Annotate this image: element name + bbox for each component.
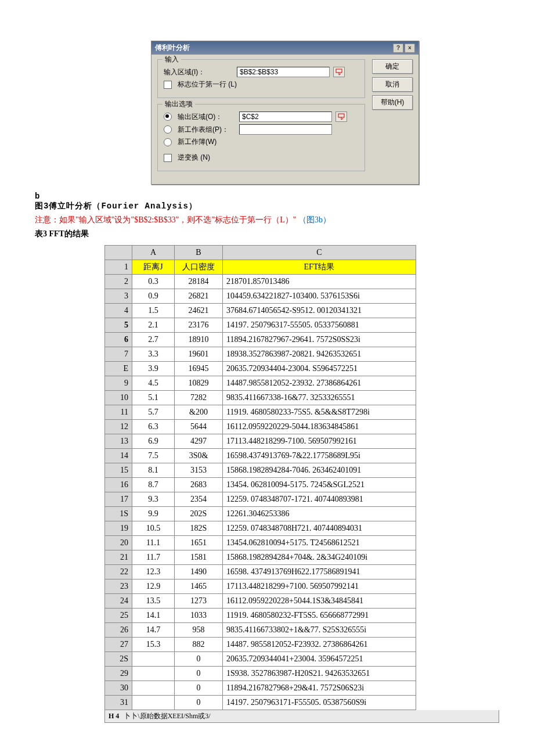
cell[interactable]: 7.5 bbox=[132, 449, 175, 463]
cell[interactable]: 2.1 bbox=[132, 318, 175, 333]
cell[interactable]: 0 bbox=[175, 681, 223, 696]
cell[interactable]: 16598.4374913769-7&22.17758689L95i bbox=[223, 449, 416, 463]
cell[interactable]: 11919. 4680580232-FT5S5. 656668772991 bbox=[223, 609, 416, 623]
cell[interactable]: 4.5 bbox=[132, 376, 175, 391]
cell[interactable]: 37684.6714056542-S9512. 00120341321 bbox=[223, 304, 416, 318]
cell[interactable]: 18938.3527863987-20821. 94263532651 bbox=[223, 347, 416, 362]
cell[interactable]: 14197. 250796317-55505. 05337560881 bbox=[223, 318, 416, 333]
cell[interactable] bbox=[132, 652, 175, 667]
row-header[interactable]: 10 bbox=[105, 391, 132, 405]
row-header[interactable]: 20 bbox=[105, 536, 132, 550]
cell[interactable]: 18910 bbox=[175, 333, 223, 347]
cell[interactable]: 3.3 bbox=[132, 347, 175, 362]
new-sheet-field[interactable] bbox=[239, 124, 332, 135]
cell[interactable]: 15868.1982894284+704&. 2&34G240109i bbox=[223, 550, 416, 565]
cell[interactable]: 10829 bbox=[175, 376, 223, 391]
row-header[interactable]: 30 bbox=[105, 681, 132, 696]
cell[interactable]: 23176 bbox=[175, 318, 223, 333]
row-header[interactable]: 1S bbox=[105, 507, 132, 521]
row-header[interactable]: 9 bbox=[105, 376, 132, 391]
row-header[interactable]: 19 bbox=[105, 521, 132, 536]
cell[interactable]: 3153 bbox=[175, 463, 223, 478]
cell[interactable]: 16112.0959220228+5044.1S3&34845841 bbox=[223, 594, 416, 609]
header-cell[interactable]: 人口密度 bbox=[175, 260, 223, 275]
cell[interactable]: 12259. 0748348707-1721. 407440893981 bbox=[223, 492, 416, 507]
cell[interactable]: 12259. 0748348708H721. 407440894031 bbox=[223, 521, 416, 536]
cell[interactable]: 26821 bbox=[175, 289, 223, 304]
cell[interactable]: 14487.9855812052-23932. 27386864261 bbox=[223, 376, 416, 391]
cell[interactable]: 14.1 bbox=[132, 609, 175, 623]
cell[interactable]: 14487. 9855812052-F23932. 27386864261 bbox=[223, 638, 416, 652]
cell[interactable]: 1033 bbox=[175, 609, 223, 623]
cell[interactable]: 16112.0959220229-5044.183634845861 bbox=[223, 420, 416, 434]
cell[interactable]: 0 bbox=[175, 652, 223, 667]
cell[interactable]: 182S bbox=[175, 521, 223, 536]
cell[interactable]: 882 bbox=[175, 638, 223, 652]
row-header[interactable]: 11 bbox=[105, 405, 132, 420]
cell[interactable] bbox=[132, 667, 175, 681]
row-header[interactable]: 7 bbox=[105, 347, 132, 362]
first-row-checkbox[interactable] bbox=[164, 81, 172, 89]
row-header[interactable]: 2 bbox=[105, 275, 132, 289]
cancel-button[interactable]: 取消 bbox=[372, 77, 413, 92]
col-header-c[interactable]: C bbox=[223, 246, 416, 260]
cell[interactable]: 8.1 bbox=[132, 463, 175, 478]
cell[interactable]: 1273 bbox=[175, 594, 223, 609]
corner-cell[interactable] bbox=[105, 246, 132, 260]
cell[interactable]: 104459.634221827-103400. 5376153S6i bbox=[223, 289, 416, 304]
cell[interactable]: 4297 bbox=[175, 434, 223, 449]
row-header[interactable]: 12 bbox=[105, 420, 132, 434]
row-header[interactable]: 13 bbox=[105, 434, 132, 449]
output-range-radio[interactable] bbox=[164, 113, 172, 121]
cell[interactable]: 5.7 bbox=[132, 405, 175, 420]
cell[interactable]: 958 bbox=[175, 623, 223, 638]
close-icon[interactable]: × bbox=[405, 44, 415, 53]
cell[interactable]: 2683 bbox=[175, 478, 223, 492]
cell[interactable]: 15.3 bbox=[132, 638, 175, 652]
cell[interactable]: 16945 bbox=[175, 362, 223, 376]
row-header[interactable]: 21 bbox=[105, 550, 132, 565]
cell[interactable]: 9.3 bbox=[132, 492, 175, 507]
cell[interactable]: 0 bbox=[175, 696, 223, 710]
row-header[interactable]: 6 bbox=[105, 333, 132, 347]
cell[interactable]: 13454.062810094+5175. T24568612521 bbox=[223, 536, 416, 550]
cell[interactable]: 2354 bbox=[175, 492, 223, 507]
cell[interactable]: 5.1 bbox=[132, 391, 175, 405]
cell[interactable]: 202S bbox=[175, 507, 223, 521]
cell[interactable]: 1490 bbox=[175, 565, 223, 579]
cell[interactable]: 1.5 bbox=[132, 304, 175, 318]
cell[interactable]: 1S938. 3527863987-H20S21. 94263532651 bbox=[223, 667, 416, 681]
cell[interactable]: 11894.2167827968+29&41. 7572S06S23i bbox=[223, 681, 416, 696]
cell[interactable]: 12.9 bbox=[132, 579, 175, 594]
cell[interactable]: 0.9 bbox=[132, 289, 175, 304]
row-header[interactable]: 16 bbox=[105, 478, 132, 492]
note-link[interactable]: （图3b） bbox=[298, 215, 331, 224]
cell[interactable]: 0 bbox=[175, 667, 223, 681]
row-header[interactable]: 25 bbox=[105, 609, 132, 623]
row-header[interactable]: 2S bbox=[105, 652, 132, 667]
cell[interactable]: 3S0& bbox=[175, 449, 223, 463]
row-header[interactable]: 23 bbox=[105, 579, 132, 594]
row-header[interactable]: 14 bbox=[105, 449, 132, 463]
row-header[interactable]: 3 bbox=[105, 289, 132, 304]
cell[interactable]: 1651 bbox=[175, 536, 223, 550]
cell[interactable]: 11.7 bbox=[132, 550, 175, 565]
sheet-tabs[interactable]: 卜卜\原眙数据XEEI/Shm或3/ bbox=[124, 711, 210, 721]
row-header[interactable]: 15 bbox=[105, 463, 132, 478]
inverse-checkbox[interactable] bbox=[164, 154, 172, 162]
cell[interactable]: 6.3 bbox=[132, 420, 175, 434]
help-icon[interactable]: ? bbox=[393, 44, 403, 53]
row-header[interactable]: 1 bbox=[105, 260, 132, 275]
cell[interactable]: 11919. 4680580233-75S5. &5&&S8T7298i bbox=[223, 405, 416, 420]
row-header[interactable]: 24 bbox=[105, 594, 132, 609]
cell[interactable]: 2.7 bbox=[132, 333, 175, 347]
cell[interactable]: 28184 bbox=[175, 275, 223, 289]
cell[interactable]: 20635.7209344041+23004. 35964572251 bbox=[223, 652, 416, 667]
col-header-a[interactable]: A bbox=[132, 246, 175, 260]
cell[interactable]: 8.7 bbox=[132, 478, 175, 492]
header-cell[interactable]: 距离J bbox=[132, 260, 175, 275]
cell[interactable]: 9835.411667338-16&77. 32533265551 bbox=[223, 391, 416, 405]
input-range-field[interactable] bbox=[237, 67, 330, 77]
ok-button[interactable]: 确定 bbox=[372, 59, 413, 74]
row-header[interactable]: E bbox=[105, 362, 132, 376]
